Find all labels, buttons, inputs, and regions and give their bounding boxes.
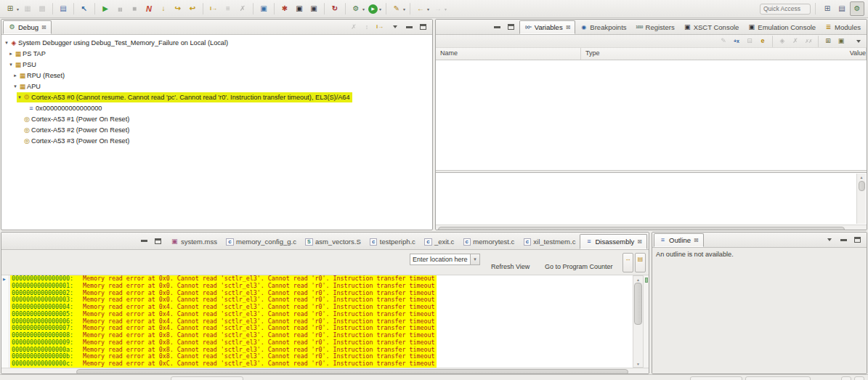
use-step-filters-button[interactable] — [236, 1, 249, 16]
binary-file-button[interactable] — [57, 1, 70, 16]
cast-to-type-button[interactable] — [718, 34, 729, 49]
pin-to-context-button[interactable] — [835, 34, 847, 49]
tree-item[interactable]: Cortex-A53 #1 (Power On Reset) — [1, 113, 432, 124]
tree-item[interactable]: ▸ RPU (Reset) — [1, 70, 432, 81]
launch-gears-button[interactable] — [278, 1, 291, 16]
open-perspective-button[interactable] — [821, 1, 834, 16]
tab-exit-c[interactable]: _exit.c — [420, 234, 458, 249]
chevron-down-icon[interactable]: ▾ — [362, 7, 365, 12]
minimize-icon[interactable] — [838, 235, 848, 245]
minimize-icon[interactable] — [404, 22, 414, 32]
tab-emulation-console[interactable]: Emulation Console — [743, 20, 820, 34]
disassembly-body[interactable]: ▶ 0000000000000000: Memory read error at… — [1, 275, 649, 368]
terminal-dark-button[interactable] — [293, 1, 306, 16]
tab-breakpoints[interactable]: Breakpoints — [575, 20, 630, 34]
tree-item[interactable]: ▾ PSU — [1, 59, 432, 70]
minimize-icon[interactable] — [139, 236, 150, 246]
chevron-down-icon[interactable]: ▾ — [379, 7, 381, 12]
expander-icon[interactable]: ▾ — [17, 94, 23, 100]
drop-to-frame-button[interactable] — [222, 1, 235, 16]
column-header[interactable]: Value — [845, 48, 867, 60]
expander-icon[interactable]: ▾ — [4, 40, 9, 46]
tree-item[interactable]: ▾ APU — [1, 81, 432, 92]
refresh-view-button[interactable]: Refresh View — [491, 263, 530, 270]
close-icon[interactable]: ⊠ — [566, 24, 571, 31]
scrollbar-thumb[interactable] — [438, 227, 845, 231]
goto-program-counter-button[interactable]: Go to Program Counter — [545, 263, 613, 270]
close-icon[interactable]: ⊠ — [637, 238, 642, 245]
tab-system-mss[interactable]: system.mss — [166, 234, 222, 249]
expander-icon[interactable]: ▸ — [8, 51, 14, 57]
remove-all-terminated-button[interactable] — [348, 20, 360, 34]
location-dropdown-icon[interactable]: ▼ — [471, 254, 480, 265]
scrollbar-thumb[interactable] — [634, 283, 642, 325]
tab-xsct-console[interactable]: XSCT Console — [679, 20, 744, 34]
view-menu-icon[interactable] — [824, 235, 835, 245]
tree-item[interactable]: 0x0000000000000000 — [1, 102, 432, 113]
variables-detail-pane[interactable]: ▲ — [436, 172, 867, 225]
disassembly-vertical-scrollbar[interactable]: ▲ ▼ — [633, 275, 644, 368]
back-button[interactable]: ▾ — [414, 1, 430, 16]
maximize-icon[interactable] — [506, 22, 516, 32]
show-enum-as-text-button[interactable] — [757, 34, 768, 49]
terminate-button[interactable] — [128, 1, 141, 16]
close-icon[interactable]: ⊠ — [694, 237, 699, 243]
link-with-frame-button[interactable] — [776, 34, 788, 49]
chevron-down-icon[interactable]: ▾ — [445, 7, 447, 12]
open-new-view-button[interactable] — [822, 34, 834, 49]
close-icon[interactable]: ⊠ — [41, 24, 46, 31]
expander-icon[interactable]: ▸ — [12, 73, 18, 78]
tab-variables[interactable]: Variables ⊠ — [519, 20, 576, 34]
tab-disassembly[interactable]: Disassembly ⊠ — [580, 234, 647, 249]
scroll-up-icon[interactable]: ▲ — [636, 276, 640, 283]
tab-memorytest-c[interactable]: memorytest.c — [458, 234, 519, 249]
tree-item[interactable]: ▾ Cortex-A53 #0 (Cannot resume. Cannot r… — [1, 92, 432, 102]
suspend-button[interactable] — [113, 1, 126, 16]
tab-testperiph-c[interactable]: testperiph.c — [365, 234, 420, 249]
tab-xil-testmem-c[interactable]: xil_testmem.c — [519, 234, 580, 249]
detail-horizontal-scrollbar[interactable] — [436, 225, 867, 230]
instruction-stepping-mode-button[interactable] — [374, 20, 386, 34]
tree-item[interactable]: ▾ System Debugger using Debug_Test_Memor… — [1, 37, 432, 48]
tab-asm-vectors-s[interactable]: asm_vectors.S — [301, 234, 365, 249]
minimize-icon[interactable] — [492, 22, 503, 32]
maximize-icon[interactable] — [852, 235, 862, 245]
tab-modules[interactable]: Modules — [820, 20, 865, 34]
variables-table-body[interactable] — [436, 60, 867, 170]
scrollbar-thumb[interactable] — [76, 369, 628, 374]
tree-item[interactable]: Cortex-A53 #2 (Power On Reset) — [1, 124, 432, 135]
console-button[interactable] — [257, 1, 270, 16]
forward-button[interactable]: ▾ — [431, 1, 447, 16]
step-over-button[interactable] — [171, 1, 184, 16]
expander-icon[interactable]: ▾ — [8, 62, 14, 68]
tab-debug[interactable]: Debug ⊠ — [3, 20, 52, 34]
tab-outline[interactable]: Outline ⊠ — [654, 233, 704, 247]
disassembly-line[interactable]: 000000000000000c: Memory read error at 0… — [10, 360, 437, 368]
run-button[interactable]: ▾ — [367, 1, 382, 16]
step-into-button[interactable] — [157, 1, 170, 16]
column-header[interactable]: Type — [581, 48, 845, 60]
screenshot-dark-button[interactable] — [307, 1, 320, 16]
tab-memory-config-g-c[interactable]: memory_config_g.c — [222, 234, 301, 249]
resume-button[interactable] — [99, 1, 112, 16]
quick-access-input[interactable] — [760, 4, 811, 15]
collapse-all-button[interactable] — [744, 34, 755, 49]
expander-icon[interactable]: ▾ — [12, 84, 18, 89]
tree-item[interactable]: Cortex-A53 #3 (Power On Reset) — [1, 135, 432, 146]
debug-config-button[interactable]: ▾ — [349, 1, 365, 16]
tab-registers[interactable]: Registers — [631, 20, 679, 34]
maximize-icon[interactable] — [153, 236, 163, 246]
location-input[interactable] — [410, 254, 471, 265]
disassembly-horizontal-scrollbar[interactable] — [1, 368, 649, 374]
add-global-variables-button[interactable] — [731, 34, 742, 49]
chevron-down-icon[interactable]: ▾ — [17, 7, 19, 12]
relaunch-button[interactable] — [328, 1, 341, 16]
step-return-button[interactable] — [186, 1, 199, 16]
detail-vertical-scrollbar[interactable]: ▲ — [856, 174, 866, 224]
chevron-down-icon[interactable]: ▾ — [403, 7, 405, 12]
link-context-button[interactable] — [622, 253, 633, 272]
scrollbar-thumb[interactable] — [859, 181, 865, 191]
scroll-up-icon[interactable]: ▲ — [860, 174, 864, 181]
disconnect-button[interactable] — [142, 1, 155, 16]
column-header[interactable]: Name — [436, 48, 581, 60]
